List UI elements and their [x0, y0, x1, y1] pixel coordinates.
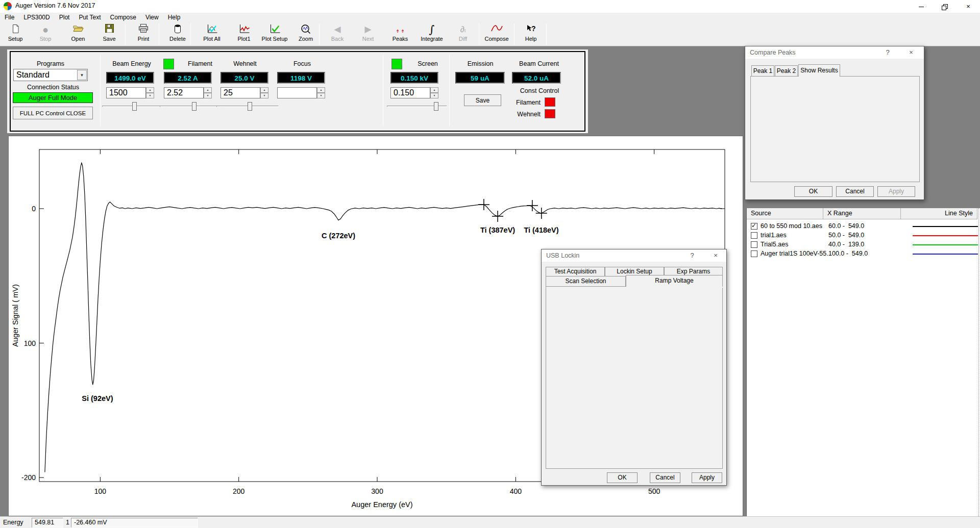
- stop-button[interactable]: ● Stop: [31, 22, 60, 45]
- source-checkbox[interactable]: ✓: [751, 232, 757, 239]
- delete-button[interactable]: Delete: [163, 22, 192, 45]
- close-icon[interactable]: ×: [903, 46, 919, 59]
- window-title: Auger Version 7.6 Nov 2017: [15, 2, 95, 9]
- tab-peak-2[interactable]: Peak 2: [775, 65, 798, 76]
- next-button[interactable]: ▶ Next: [354, 22, 382, 45]
- panel-splitter[interactable]: [978, 208, 979, 516]
- tab-show-results[interactable]: Show Results: [798, 64, 840, 77]
- compare-cancel-button[interactable]: Cancel: [836, 186, 874, 197]
- focus-label: Focus: [277, 60, 328, 67]
- focus-display: 1198 V: [277, 72, 325, 84]
- source-list-item[interactable]: ✓ Auger trial1S 100eV-55... 100.0 - 549.…: [747, 250, 979, 259]
- filament-spinner[interactable]: ▲▼: [204, 87, 212, 98]
- restore-button[interactable]: [933, 0, 957, 13]
- status-signal-value: -26.460 mV: [71, 518, 198, 527]
- compare-peaks-title-bar: Compare Peaks ? ×: [745, 46, 924, 59]
- compare-ok-button[interactable]: OK: [794, 186, 832, 197]
- compose-button[interactable]: Compose: [482, 22, 511, 45]
- usb-apply-button[interactable]: Apply: [692, 472, 722, 483]
- beam-energy-slider[interactable]: [102, 102, 164, 111]
- screen-input[interactable]: [390, 87, 430, 98]
- save-button[interactable]: Save: [95, 22, 124, 45]
- usb-cancel-button[interactable]: Cancel: [650, 472, 680, 483]
- beam-energy-spinner[interactable]: ▲▼: [146, 87, 154, 98]
- print-button[interactable]: Print: [129, 22, 158, 45]
- menu-put-text[interactable]: Put Text: [74, 13, 105, 21]
- menu-help[interactable]: Help: [163, 13, 185, 21]
- tab-peak-1[interactable]: Peak 1: [751, 65, 774, 76]
- usb-ok-button[interactable]: OK: [607, 472, 638, 483]
- plot-check-cyan-icon: [198, 22, 226, 36]
- focus-input[interactable]: [277, 87, 317, 98]
- screen-slider[interactable]: [387, 102, 447, 111]
- tab-ramp-voltage[interactable]: Ramp Voltage: [626, 275, 723, 287]
- arrow-right-icon: ▶: [354, 22, 382, 36]
- wehnelt-input[interactable]: [220, 87, 260, 98]
- setup-button[interactable]: Setup: [1, 22, 30, 45]
- source-x-range: 40.0 - 139.0: [828, 241, 864, 248]
- open-button[interactable]: Open: [64, 22, 92, 45]
- programs-label: Programs: [13, 60, 88, 67]
- beam-energy-display: 1499.0 eV: [106, 72, 154, 84]
- chevron-down-icon[interactable]: ▼: [77, 70, 87, 80]
- programs-select[interactable]: Standard ▼: [13, 69, 88, 81]
- screen-spinner[interactable]: ▲▼: [430, 87, 438, 98]
- screen-input-group: ▲▼: [390, 87, 438, 98]
- focus-spinner[interactable]: ▲▼: [317, 87, 325, 98]
- help-icon[interactable]: ?: [684, 249, 700, 262]
- compare-peaks-dialog: Compare Peaks ? × Peak 1 Peak 2 Show Res…: [745, 46, 924, 200]
- source-checkbox[interactable]: ✓: [751, 250, 757, 257]
- menu-view[interactable]: View: [141, 13, 163, 21]
- peaks-button[interactable]: Peaks: [386, 22, 414, 45]
- close-icon[interactable]: ×: [708, 249, 723, 262]
- source-list-item[interactable]: ✓ 60 to 550 mod 10.aes 60.0 - 549.0: [747, 222, 979, 231]
- beam-energy-label: Beam Energy: [106, 60, 157, 67]
- svg-text:400: 400: [510, 487, 522, 495]
- back-button[interactable]: ◀ Back: [323, 22, 352, 45]
- wehnelt-slider[interactable]: [216, 102, 279, 111]
- tab-scan-selection[interactable]: Scan Selection: [546, 276, 626, 286]
- plot-setup-button[interactable]: Plot Setup: [260, 22, 289, 45]
- menu-plot[interactable]: Plot: [55, 13, 75, 21]
- save-emission-button[interactable]: Save: [464, 94, 501, 106]
- wehnelt-spinner[interactable]: ▲▼: [260, 87, 268, 98]
- x-range-column-header[interactable]: X Range: [823, 208, 901, 219]
- filament-slider[interactable]: [160, 102, 222, 111]
- tab-test-acquisition[interactable]: Test Acquisition: [546, 267, 605, 276]
- help-button[interactable]: ? Help: [517, 22, 545, 45]
- filament-label: Filament: [176, 60, 225, 67]
- filament-input[interactable]: [164, 87, 204, 98]
- source-list-item[interactable]: ✓ trial1.aes 50.0 - 549.0: [747, 232, 979, 240]
- compare-apply-button[interactable]: Apply: [877, 186, 915, 197]
- line-style-column-header[interactable]: Line Style: [901, 208, 977, 219]
- const-filament-indicator[interactable]: [545, 97, 555, 107]
- beam-energy-input-group: ▲▼: [106, 87, 154, 98]
- diff-button[interactable]: ∂t Diff: [449, 22, 477, 45]
- const-wehnelt-indicator[interactable]: [545, 109, 555, 118]
- menu-lps300d[interactable]: LPS300D: [19, 13, 54, 21]
- source-list-item[interactable]: ✓ Trial5.aes 40.0 - 139.0: [747, 241, 979, 249]
- integrate-button[interactable]: ∫ Integrate: [418, 22, 446, 45]
- menu-file[interactable]: File: [0, 13, 19, 21]
- emission-display: 59 uA: [455, 72, 505, 84]
- source-checkbox[interactable]: ✓: [751, 241, 757, 248]
- integral-icon: ∫: [418, 22, 446, 36]
- minimize-button[interactable]: [910, 0, 933, 13]
- trash-can-icon: [163, 22, 192, 36]
- svg-text:0: 0: [32, 205, 36, 213]
- help-icon[interactable]: ?: [880, 46, 895, 59]
- zoom-button[interactable]: Zoom: [291, 22, 320, 45]
- beam-energy-input[interactable]: [106, 87, 146, 98]
- toolbar-separator: [479, 23, 479, 45]
- close-button[interactable]: ×: [957, 0, 980, 13]
- compare-peaks-title: Compare Peaks: [750, 49, 796, 56]
- plot-all-button[interactable]: Plot All: [198, 22, 226, 45]
- help-pointer-icon: ?: [517, 22, 545, 36]
- source-checkbox[interactable]: ✓: [751, 223, 757, 230]
- plot1-button[interactable]: Plot1: [230, 22, 258, 45]
- minimize-icon: [919, 7, 924, 7]
- full-pc-control-close-button[interactable]: FULL PC Control CLOSE: [13, 107, 93, 119]
- source-column-header[interactable]: Source: [747, 208, 823, 219]
- printer-icon: [129, 22, 158, 36]
- menu-compose[interactable]: Compose: [106, 13, 141, 21]
